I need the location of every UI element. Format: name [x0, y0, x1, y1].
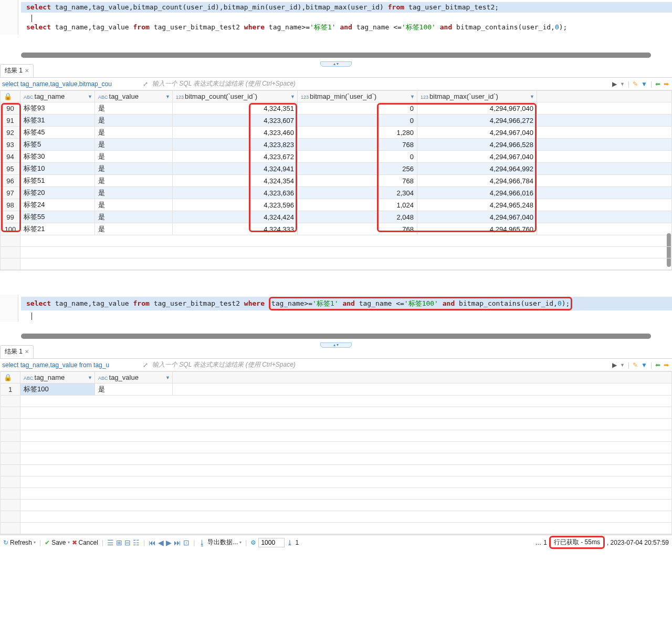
cell-bitmap-max[interactable]: 4,294,965,248 — [417, 199, 537, 211]
cell-bitmap-min[interactable]: 2,304 — [298, 187, 417, 199]
close-icon[interactable]: ✕ — [25, 349, 29, 355]
next-icon[interactable]: ▶ — [166, 538, 172, 547]
cell-bitmap-min[interactable]: 0 — [298, 115, 417, 127]
left-arrow-icon[interactable]: ⬅ — [655, 361, 660, 369]
cell-tag-name[interactable]: 标签100 — [20, 383, 95, 396]
cell-tag-value[interactable]: 是 — [95, 127, 173, 139]
data-table-2[interactable]: 🔒 ABCtag_name▼ ABCtag_value▼ 1标签100是 — [0, 371, 672, 396]
cell-bitmap-count[interactable]: 4,323,823 — [173, 139, 298, 151]
cell-bitmap-count[interactable]: 4,324,333 — [173, 223, 298, 235]
col-bitmap-max[interactable]: 123bitmap_max(`user_id`)▼ — [417, 91, 537, 102]
cell-tag-value[interactable]: 是 — [95, 163, 173, 175]
panel-collapse-handle[interactable]: ▴ ▾ — [0, 59, 672, 65]
cell-tag-name[interactable]: 标签31 — [20, 115, 95, 127]
cell-bitmap-min[interactable]: 768 — [298, 175, 417, 187]
last-icon[interactable]: ⏭ — [174, 538, 181, 547]
cell-bitmap-min[interactable]: 768 — [298, 139, 417, 151]
table-row[interactable]: 99标签55是4,324,4242,0484,294,967,040 — [1, 211, 672, 223]
pencil-icon[interactable]: ✎ — [633, 361, 638, 369]
dropdown-icon[interactable]: ▼ — [410, 94, 415, 99]
cell-tag-name[interactable]: 标签5 — [20, 139, 95, 151]
cell-bitmap-max[interactable]: 4,294,966,784 — [417, 175, 537, 187]
cell-bitmap-max[interactable]: 4,294,965,760 — [417, 223, 537, 235]
table-row[interactable]: 92标签45是4,323,4601,2804,294,967,040 — [1, 127, 672, 139]
cell-bitmap-max[interactable]: 4,294,966,272 — [417, 115, 537, 127]
cell-bitmap-count[interactable]: 4,324,354 — [173, 175, 298, 187]
funnel-icon[interactable]: ▼ — [641, 80, 647, 88]
prev-icon[interactable]: ◀ — [158, 538, 164, 547]
col-tag-name[interactable]: ABCtag_name▼ — [20, 91, 95, 102]
toolbar-icon[interactable]: ⊟ — [124, 538, 131, 547]
cell-tag-value[interactable]: 是 — [95, 199, 173, 211]
export-button[interactable]: ⭳导出数据...▾ — [198, 538, 242, 547]
table-row[interactable]: 91标签31是4,323,60704,294,966,272 — [1, 115, 672, 127]
cell-bitmap-min[interactable]: 2,048 — [298, 211, 417, 223]
sql-editor-bottom[interactable]: select tag_name,tag_value from tag_user_… — [0, 295, 672, 322]
right-arrow-icon[interactable]: ➡ — [664, 80, 669, 88]
cell-bitmap-max[interactable]: 4,294,966,528 — [417, 139, 537, 151]
sql-caret-line[interactable] — [21, 310, 672, 320]
cell-tag-value[interactable]: 是 — [95, 187, 173, 199]
cell-bitmap-max[interactable]: 4,294,967,040 — [417, 151, 537, 163]
dropdown-icon[interactable]: ▼ — [620, 81, 625, 87]
cell-tag-name[interactable]: 标签20 — [20, 187, 95, 199]
cell-bitmap-count[interactable]: 4,323,672 — [173, 151, 298, 163]
expand-icon[interactable]: ⤢ — [141, 80, 150, 88]
pencil-icon[interactable]: ✎ — [633, 80, 638, 88]
cell-tag-value[interactable]: 是 — [95, 223, 173, 235]
toolbar-icon[interactable]: ☰ — [107, 538, 114, 547]
cell-tag-value[interactable]: 是 — [95, 102, 173, 115]
cell-bitmap-min[interactable]: 0 — [298, 151, 417, 163]
table-row[interactable]: 96标签51是4,324,3547684,294,966,784 — [1, 175, 672, 187]
cell-tag-name[interactable]: 标签30 — [20, 151, 95, 163]
col-tag-value[interactable]: ABCtag_value▼ — [95, 91, 173, 102]
right-arrow-icon[interactable]: ➡ — [664, 361, 669, 369]
cell-tag-name[interactable]: 标签24 — [20, 199, 95, 211]
dropdown-icon[interactable]: ▼ — [165, 375, 170, 380]
cell-bitmap-max[interactable]: 4,294,964,992 — [417, 163, 537, 175]
cell-bitmap-count[interactable]: 4,324,941 — [173, 163, 298, 175]
col-bitmap-count[interactable]: 123bitmap_count(`user_id`)▼ — [173, 91, 298, 102]
cell-tag-name[interactable]: 标签93 — [20, 102, 95, 115]
expand-icon[interactable]: ⤢ — [141, 361, 150, 369]
play-icon[interactable]: ▶ — [612, 361, 617, 369]
cell-tag-value[interactable]: 是 — [95, 175, 173, 187]
cell-bitmap-count[interactable]: 4,324,351 — [173, 102, 298, 115]
filter-placeholder[interactable]: 输入一个 SQL 表达式来过滤结果 (使用 Ctrl+Space) — [150, 79, 609, 88]
table-row[interactable]: 97标签20是4,323,6362,3044,294,966,016 — [1, 187, 672, 199]
data-table[interactable]: 🔒 ABCtag_name▼ ABCtag_value▼ 123bitmap_c… — [0, 90, 672, 235]
tab-result-1b[interactable]: 结果 1 ✕ — [0, 345, 34, 358]
cell-bitmap-min[interactable]: 768 — [298, 223, 417, 235]
table-row[interactable]: 93标签5是4,323,8237684,294,966,528 — [1, 139, 672, 151]
cell-bitmap-min[interactable]: 1,280 — [298, 127, 417, 139]
dropdown-icon[interactable]: ▼ — [290, 94, 295, 99]
table-row[interactable]: 95标签10是4,324,9412564,294,964,992 — [1, 163, 672, 175]
cell-bitmap-min[interactable]: 256 — [298, 163, 417, 175]
cell-bitmap-max[interactable]: 4,294,967,040 — [417, 102, 537, 115]
limit-input[interactable] — [258, 538, 285, 547]
dropdown-icon[interactable]: ▼ — [88, 375, 92, 380]
filter-placeholder[interactable]: 输入一个 SQL 表达式来过滤结果 (使用 Ctrl+Space) — [150, 360, 609, 369]
close-icon[interactable]: ✕ — [25, 68, 29, 74]
cell-tag-name[interactable]: 标签45 — [20, 127, 95, 139]
cell-bitmap-max[interactable]: 4,294,966,016 — [417, 187, 537, 199]
cell-bitmap-min[interactable]: 1,024 — [298, 199, 417, 211]
target-icon[interactable]: ⊡ — [183, 538, 190, 547]
refresh-button[interactable]: ↻Refresh▾ — [3, 539, 36, 546]
cell-tag-name[interactable]: 标签55 — [20, 211, 95, 223]
sql-line-b1[interactable]: select tag_name,tag_value from tag_user_… — [21, 297, 672, 310]
col-bitmap-min[interactable]: 123bitmap_min(`user_id`)▼ — [298, 91, 417, 102]
sql-editor-top[interactable]: select tag_name,tag_value,bitmap_count(u… — [0, 0, 672, 35]
cell-tag-value[interactable]: 是 — [95, 383, 173, 396]
gear-icon[interactable]: ⚙ — [250, 539, 256, 546]
cell-bitmap-min[interactable]: 0 — [298, 102, 417, 115]
dropdown-icon[interactable]: ▼ — [620, 362, 625, 368]
toolbar-icon[interactable]: ☷ — [133, 538, 140, 547]
dropdown-icon[interactable]: ▼ — [530, 94, 534, 99]
cell-bitmap-max[interactable]: 4,294,967,040 — [417, 211, 537, 223]
tab-result-1[interactable]: 结果 1 ✕ — [0, 64, 34, 77]
cancel-button[interactable]: ✖Cancel — [72, 539, 98, 546]
play-icon[interactable]: ▶ — [612, 80, 617, 88]
col-tag-value[interactable]: ABCtag_value▼ — [95, 372, 173, 383]
first-icon[interactable]: ⏮ — [149, 538, 156, 547]
